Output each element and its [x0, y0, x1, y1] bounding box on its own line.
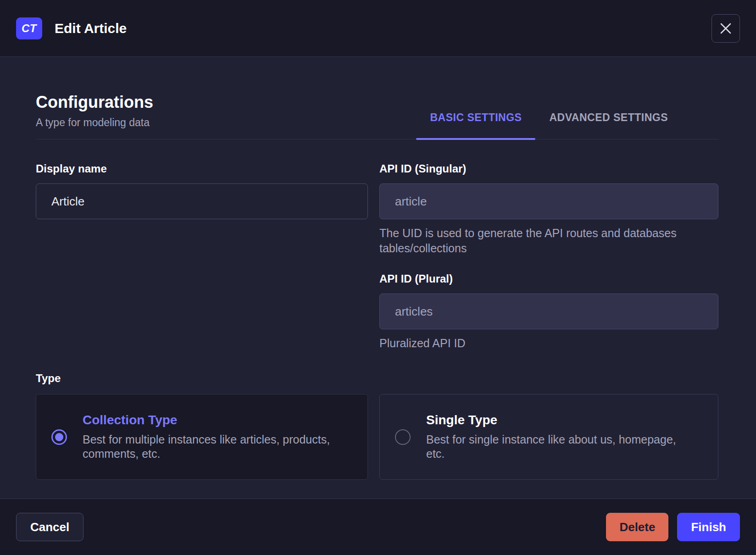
collection-type-option[interactable]: Collection Type Best for multiple instan… — [36, 394, 368, 480]
type-cards: Collection Type Best for multiple instan… — [36, 394, 718, 480]
cancel-button[interactable]: Cancel — [16, 513, 83, 541]
heading-block: Configurations A type for modeling data — [36, 93, 153, 139]
single-type-text: Single Type Best for single instance lik… — [426, 413, 683, 461]
collection-type-description: Best for multiple instances like article… — [83, 433, 339, 461]
section-title: Configurations — [36, 93, 153, 111]
fields-grid: Display name API ID (Singular) The UID i… — [36, 162, 718, 351]
modal-body: Configurations A type for modeling data … — [0, 57, 756, 499]
api-id-singular-field: API ID (Singular) The UID is used to gen… — [379, 162, 718, 256]
api-id-plural-input[interactable] — [379, 294, 718, 329]
modal-title: Edit Article — [55, 21, 127, 36]
api-id-plural-field: API ID (Plural) Pluralized API ID — [379, 272, 718, 351]
delete-button[interactable]: Delete — [606, 513, 668, 541]
left-column: Display name — [36, 162, 368, 351]
modal-footer: Cancel Delete Finish — [0, 499, 756, 555]
api-id-plural-label: API ID (Plural) — [379, 272, 718, 285]
radio-dot — [55, 433, 63, 441]
tab-advanced-settings-label: ADVANCED SETTINGS — [549, 111, 668, 123]
display-name-field: Display name — [36, 162, 368, 219]
single-type-description: Best for single instance like about us, … — [426, 433, 683, 461]
content-type-badge: CT — [16, 17, 42, 39]
content-type-badge-label: CT — [22, 22, 37, 35]
edit-article-modal: CT Edit Article Configurations A type fo… — [0, 0, 756, 555]
tab-basic-settings[interactable]: BASIC SETTINGS — [416, 111, 535, 139]
type-section: Type Collection Type Best for multiple i… — [36, 372, 718, 480]
api-id-singular-hint: The UID is used to generate the API rout… — [379, 226, 718, 256]
api-id-singular-input[interactable] — [379, 183, 718, 219]
collection-type-title: Collection Type — [83, 413, 339, 427]
collection-type-text: Collection Type Best for multiple instan… — [83, 413, 339, 461]
active-tab-underline — [416, 138, 535, 140]
api-id-plural-hint: Pluralized API ID — [379, 336, 718, 351]
tab-basic-settings-label: BASIC SETTINGS — [430, 111, 522, 123]
section-subtitle: A type for modeling data — [36, 117, 153, 129]
display-name-label: Display name — [36, 162, 368, 175]
radio-selected-icon[interactable] — [51, 429, 67, 445]
modal-header: CT Edit Article — [0, 0, 756, 57]
type-label: Type — [36, 372, 718, 385]
right-column: API ID (Singular) The UID is used to gen… — [379, 162, 718, 351]
radio-unselected-icon[interactable] — [395, 429, 411, 445]
tab-advanced-settings[interactable]: ADVANCED SETTINGS — [535, 111, 682, 139]
single-type-title: Single Type — [426, 413, 683, 427]
close-button[interactable] — [712, 14, 740, 43]
close-icon — [719, 22, 732, 35]
settings-tabs: BASIC SETTINGS ADVANCED SETTINGS — [416, 111, 682, 139]
single-type-option[interactable]: Single Type Best for single instance lik… — [379, 394, 718, 480]
api-id-singular-label: API ID (Singular) — [379, 162, 718, 175]
finish-button[interactable]: Finish — [677, 513, 740, 541]
configurations-header: Configurations A type for modeling data … — [36, 93, 718, 139]
display-name-input[interactable] — [36, 183, 368, 219]
